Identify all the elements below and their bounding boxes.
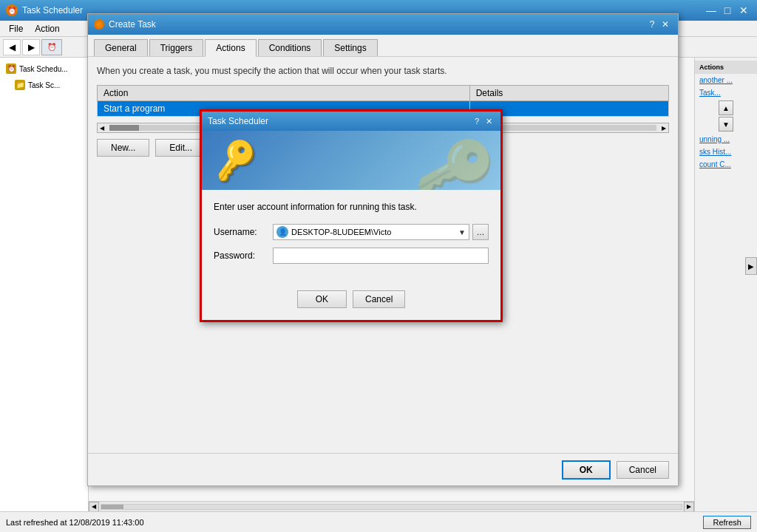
cred-titlebar: Task Scheduler ? ✕ (202, 112, 500, 131)
h-scrollbar[interactable]: ◀ ▶ (89, 501, 694, 511)
cred-cancel-button[interactable]: Cancel (353, 290, 405, 308)
create-task-close-btn[interactable]: ✕ (659, 18, 672, 31)
right-panel-another[interactable]: another ... (695, 74, 757, 86)
scroll-thumb (101, 505, 123, 509)
sidebar-item-label: Task Schedu... (19, 65, 68, 73)
bg-maximize-btn[interactable]: □ (720, 3, 735, 18)
cred-title: Task Scheduler (208, 116, 471, 126)
bg-minimize-btn[interactable]: — (704, 3, 719, 18)
right-panel-up-btn[interactable]: ▲ (719, 100, 733, 115)
sidebar-tasksc-icon: 📁 (15, 80, 25, 90)
sidebar-item-taskscheduler[interactable]: ⏰ Task Schedu... (0, 61, 88, 77)
username-select[interactable]: 👤 DESKTOP-8LUDEEM\Victo ▼ (273, 224, 469, 240)
refresh-button[interactable]: Refresh (703, 516, 751, 529)
table-scroll-left[interactable]: ◀ (98, 125, 106, 132)
dialog-footer: OK Cancel (88, 453, 678, 485)
cred-ok-button[interactable]: OK (297, 290, 347, 308)
right-panel-task[interactable]: Task... (695, 86, 757, 99)
cred-help-btn[interactable]: ? (471, 115, 483, 127)
dialog-cancel-button[interactable]: Cancel (617, 461, 669, 479)
cred-footer: OK Cancel (202, 283, 500, 320)
password-field: Password: (214, 248, 489, 264)
create-task-titlebar: Create Task ? ✕ (88, 14, 678, 35)
bg-right-panel: Actions another ... Task... ▲ ▼ unning .… (694, 58, 757, 511)
username-browse-btn[interactable]: … (472, 224, 489, 240)
keys-bg-icon: 🔑 (412, 131, 500, 190)
scroll-right-arrow[interactable]: ▶ (684, 502, 694, 512)
create-task-icon (94, 19, 104, 30)
right-panel-down-btn[interactable]: ▼ (719, 117, 733, 132)
toolbar-forward-btn[interactable]: ▶ (22, 39, 40, 55)
cred-description: Enter user account information for runni… (214, 202, 489, 212)
scroll-track (101, 504, 682, 510)
right-panel-expand-btn[interactable]: ▶ (745, 257, 757, 275)
col-details: Details (469, 86, 668, 101)
credential-dialog: Task Scheduler ? ✕ 🔑 🔑 Enter user accoun… (200, 109, 503, 322)
right-panel-title: Actions (695, 61, 757, 74)
username-input-group: 👤 DESKTOP-8LUDEEM\Victo ▼ … (273, 224, 489, 240)
password-input[interactable] (273, 248, 489, 264)
tab-settings[interactable]: Settings (323, 39, 377, 56)
tab-general[interactable]: General (94, 39, 148, 56)
right-panel-account-c[interactable]: count C... (695, 158, 757, 171)
last-refreshed-text: Last refreshed at 12/08/2019 11:43:00 (6, 518, 144, 527)
sidebar-taskscheduler-icon: ⏰ (6, 64, 16, 74)
right-panel-tasks-hist[interactable]: sks Hist... (695, 146, 757, 158)
create-task-title: Create Task (109, 19, 645, 30)
bg-statusbar: Last refreshed at 12/08/2019 11:43:00 Re… (0, 511, 757, 532)
table-scroll-right[interactable]: ▶ (659, 125, 668, 132)
select-dropdown-arrow: ▼ (458, 228, 466, 236)
scroll-left-arrow[interactable]: ◀ (89, 502, 99, 512)
cred-body: Enter user account information for runni… (202, 190, 500, 283)
create-task-help-btn[interactable]: ? (645, 18, 659, 31)
password-label: Password: (214, 250, 273, 261)
toolbar-back-btn[interactable]: ◀ (3, 39, 21, 55)
action-menu[interactable]: Action (29, 22, 65, 35)
username-label: Username: (214, 227, 273, 237)
toolbar-refresh-btn[interactable]: ⏰ (41, 39, 62, 55)
cred-close-btn[interactable]: ✕ (483, 115, 495, 127)
user-avatar-icon: 👤 (276, 226, 288, 238)
tab-conditions[interactable]: Conditions (258, 39, 322, 56)
bg-sidebar: ⏰ Task Schedu... 📁 Task Sc... (0, 58, 89, 511)
bg-close-btn[interactable]: ✕ (736, 3, 751, 18)
dialog-tabs: General Triggers Actions Conditions Sett… (88, 35, 678, 57)
new-button[interactable]: New... (97, 139, 149, 157)
dialog-description: When you create a task, you must specify… (97, 66, 669, 76)
edit-button[interactable]: Edit... (155, 139, 206, 157)
username-value: DESKTOP-8LUDEEM\Victo (291, 228, 457, 236)
keys-icon: 🔑 (211, 136, 262, 185)
username-field: Username: 👤 DESKTOP-8LUDEEM\Victo ▼ … (214, 224, 489, 240)
tab-triggers[interactable]: Triggers (149, 39, 204, 56)
table-scroll-thumb (109, 125, 139, 131)
sidebar-item-tasksc-label: Task Sc... (28, 81, 60, 89)
tab-actions[interactable]: Actions (205, 39, 256, 57)
bg-window-icon: ⏰ (6, 4, 18, 16)
dialog-ok-button[interactable]: OK (562, 460, 611, 480)
sidebar-item-tasksc[interactable]: 📁 Task Sc... (0, 77, 88, 93)
cred-header-banner: 🔑 🔑 (202, 131, 500, 190)
file-menu[interactable]: File (3, 22, 29, 35)
col-action: Action (98, 86, 470, 101)
right-panel-running[interactable]: unning ... (695, 133, 757, 146)
